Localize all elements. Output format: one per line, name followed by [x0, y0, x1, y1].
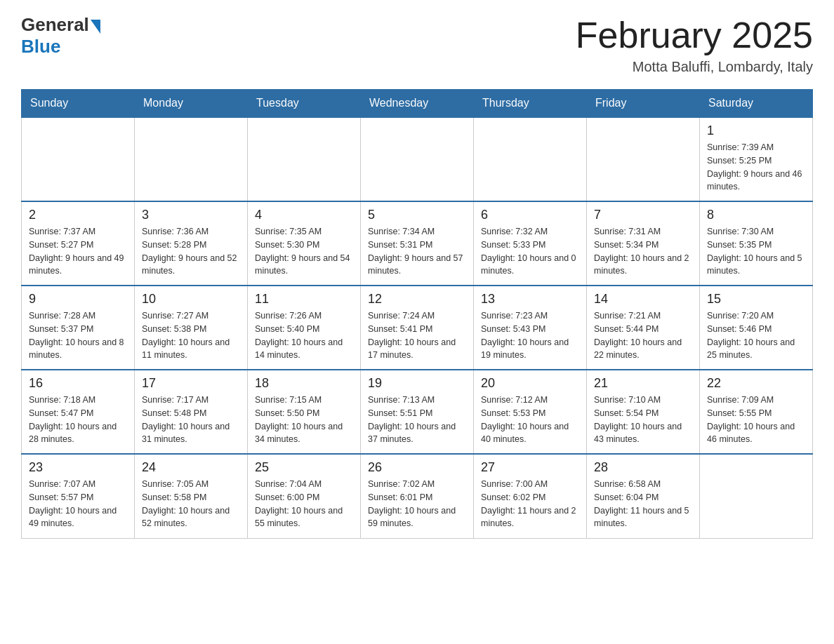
col-tuesday: Tuesday [248, 90, 361, 118]
table-row [474, 117, 587, 201]
day-number: 28 [594, 460, 692, 475]
day-number: 13 [481, 292, 579, 307]
table-row: 26Sunrise: 7:02 AMSunset: 6:01 PMDayligh… [361, 454, 474, 538]
day-number: 2 [29, 208, 127, 222]
day-number: 1 [707, 123, 805, 138]
table-row: 21Sunrise: 7:10 AMSunset: 5:54 PMDayligh… [587, 370, 700, 454]
day-info: Sunrise: 7:13 AMSunset: 5:51 PMDaylight:… [368, 394, 466, 446]
day-info: Sunrise: 7:24 AMSunset: 5:41 PMDaylight:… [368, 309, 466, 362]
day-info: Sunrise: 7:23 AMSunset: 5:43 PMDaylight:… [481, 309, 579, 362]
title-section: February 2025 Motta Baluffi, Lombardy, I… [576, 14, 813, 75]
calendar-week-row: 16Sunrise: 7:18 AMSunset: 5:47 PMDayligh… [22, 370, 813, 454]
table-row [361, 117, 474, 201]
day-number: 17 [142, 376, 240, 391]
calendar-week-row: 1Sunrise: 7:39 AMSunset: 5:25 PMDaylight… [22, 117, 813, 201]
table-row: 5Sunrise: 7:34 AMSunset: 5:31 PMDaylight… [361, 201, 474, 286]
day-info: Sunrise: 7:09 AMSunset: 5:55 PMDaylight:… [707, 394, 805, 446]
day-info: Sunrise: 7:18 AMSunset: 5:47 PMDaylight:… [29, 394, 127, 446]
table-row: 25Sunrise: 7:04 AMSunset: 6:00 PMDayligh… [248, 454, 361, 538]
table-row: 23Sunrise: 7:07 AMSunset: 5:57 PMDayligh… [22, 454, 135, 538]
col-friday: Friday [587, 90, 700, 118]
day-info: Sunrise: 7:31 AMSunset: 5:34 PMDaylight:… [594, 225, 692, 278]
calendar-title: February 2025 [576, 14, 813, 56]
table-row: 3Sunrise: 7:36 AMSunset: 5:28 PMDaylight… [135, 201, 248, 286]
day-info: Sunrise: 7:32 AMSunset: 5:33 PMDaylight:… [481, 225, 579, 278]
day-info: Sunrise: 7:00 AMSunset: 6:02 PMDaylight:… [481, 478, 579, 530]
table-row: 2Sunrise: 7:37 AMSunset: 5:27 PMDaylight… [22, 201, 135, 286]
day-number: 6 [481, 208, 579, 222]
day-number: 22 [707, 376, 805, 391]
day-number: 26 [368, 460, 466, 475]
table-row: 14Sunrise: 7:21 AMSunset: 5:44 PMDayligh… [587, 286, 700, 370]
page-header: General Blue February 2025 Motta Baluffi… [21, 14, 813, 75]
day-number: 25 [255, 460, 353, 475]
table-row: 24Sunrise: 7:05 AMSunset: 5:58 PMDayligh… [135, 454, 248, 538]
day-info: Sunrise: 6:58 AMSunset: 6:04 PMDaylight:… [594, 478, 692, 530]
table-row: 16Sunrise: 7:18 AMSunset: 5:47 PMDayligh… [22, 370, 135, 454]
calendar-week-row: 2Sunrise: 7:37 AMSunset: 5:27 PMDaylight… [22, 201, 813, 286]
day-number: 18 [255, 376, 353, 391]
table-row: 13Sunrise: 7:23 AMSunset: 5:43 PMDayligh… [474, 286, 587, 370]
day-number: 11 [255, 292, 353, 307]
table-row: 1Sunrise: 7:39 AMSunset: 5:25 PMDaylight… [700, 117, 813, 201]
day-info: Sunrise: 7:07 AMSunset: 5:57 PMDaylight:… [29, 478, 127, 530]
logo-blue-section [89, 17, 100, 34]
calendar-table: Sunday Monday Tuesday Wednesday Thursday… [21, 89, 813, 539]
col-saturday: Saturday [700, 90, 813, 118]
day-number: 16 [29, 376, 127, 391]
calendar-week-row: 9Sunrise: 7:28 AMSunset: 5:37 PMDaylight… [22, 286, 813, 370]
table-row: 28Sunrise: 6:58 AMSunset: 6:04 PMDayligh… [587, 454, 700, 538]
table-row: 8Sunrise: 7:30 AMSunset: 5:35 PMDaylight… [700, 201, 813, 286]
logo-arrow-icon [91, 20, 100, 34]
table-row: 9Sunrise: 7:28 AMSunset: 5:37 PMDaylight… [22, 286, 135, 370]
day-info: Sunrise: 7:15 AMSunset: 5:50 PMDaylight:… [255, 394, 353, 446]
day-info: Sunrise: 7:36 AMSunset: 5:28 PMDaylight:… [142, 225, 240, 278]
col-sunday: Sunday [22, 90, 135, 118]
table-row: 10Sunrise: 7:27 AMSunset: 5:38 PMDayligh… [135, 286, 248, 370]
table-row: 22Sunrise: 7:09 AMSunset: 5:55 PMDayligh… [700, 370, 813, 454]
day-info: Sunrise: 7:04 AMSunset: 6:00 PMDaylight:… [255, 478, 353, 530]
day-info: Sunrise: 7:12 AMSunset: 5:53 PMDaylight:… [481, 394, 579, 446]
table-row: 20Sunrise: 7:12 AMSunset: 5:53 PMDayligh… [474, 370, 587, 454]
day-info: Sunrise: 7:05 AMSunset: 5:58 PMDaylight:… [142, 478, 240, 530]
day-number: 21 [594, 376, 692, 391]
table-row [135, 117, 248, 201]
calendar-week-row: 23Sunrise: 7:07 AMSunset: 5:57 PMDayligh… [22, 454, 813, 538]
table-row: 11Sunrise: 7:26 AMSunset: 5:40 PMDayligh… [248, 286, 361, 370]
table-row: 27Sunrise: 7:00 AMSunset: 6:02 PMDayligh… [474, 454, 587, 538]
table-row: 17Sunrise: 7:17 AMSunset: 5:48 PMDayligh… [135, 370, 248, 454]
day-info: Sunrise: 7:39 AMSunset: 5:25 PMDaylight:… [707, 141, 805, 194]
table-row [700, 454, 813, 538]
day-info: Sunrise: 7:21 AMSunset: 5:44 PMDaylight:… [594, 309, 692, 362]
table-row [248, 117, 361, 201]
table-row: 15Sunrise: 7:20 AMSunset: 5:46 PMDayligh… [700, 286, 813, 370]
calendar-subtitle: Motta Baluffi, Lombardy, Italy [576, 59, 813, 75]
day-info: Sunrise: 7:27 AMSunset: 5:38 PMDaylight:… [142, 309, 240, 362]
day-number: 3 [142, 208, 240, 222]
day-info: Sunrise: 7:30 AMSunset: 5:35 PMDaylight:… [707, 225, 805, 278]
col-thursday: Thursday [474, 90, 587, 118]
day-number: 27 [481, 460, 579, 475]
table-row [22, 117, 135, 201]
day-number: 19 [368, 376, 466, 391]
table-row: 19Sunrise: 7:13 AMSunset: 5:51 PMDayligh… [361, 370, 474, 454]
day-number: 24 [142, 460, 240, 475]
col-wednesday: Wednesday [361, 90, 474, 118]
day-info: Sunrise: 7:34 AMSunset: 5:31 PMDaylight:… [368, 225, 466, 278]
day-number: 10 [142, 292, 240, 307]
day-number: 12 [368, 292, 466, 307]
day-info: Sunrise: 7:02 AMSunset: 6:01 PMDaylight:… [368, 478, 466, 530]
day-number: 8 [707, 208, 805, 222]
day-number: 7 [594, 208, 692, 222]
day-info: Sunrise: 7:10 AMSunset: 5:54 PMDaylight:… [594, 394, 692, 446]
logo: General Blue [21, 14, 100, 58]
day-number: 20 [481, 376, 579, 391]
day-number: 4 [255, 208, 353, 222]
table-row: 4Sunrise: 7:35 AMSunset: 5:30 PMDaylight… [248, 201, 361, 286]
table-row: 18Sunrise: 7:15 AMSunset: 5:50 PMDayligh… [248, 370, 361, 454]
table-row: 6Sunrise: 7:32 AMSunset: 5:33 PMDaylight… [474, 201, 587, 286]
day-info: Sunrise: 7:17 AMSunset: 5:48 PMDaylight:… [142, 394, 240, 446]
day-info: Sunrise: 7:28 AMSunset: 5:37 PMDaylight:… [29, 309, 127, 362]
day-number: 14 [594, 292, 692, 307]
day-number: 15 [707, 292, 805, 307]
